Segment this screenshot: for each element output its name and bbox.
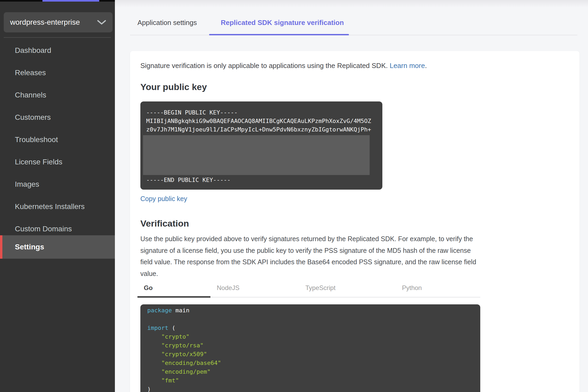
tab-application-settings[interactable]: Application settings	[137, 19, 197, 27]
top-progress-strip	[0, 0, 115, 2]
app-selector-label: wordpress-enterprise	[10, 18, 97, 27]
top-progress-strip-segment	[42, 0, 99, 2]
active-lang-tab-underline	[137, 296, 210, 298]
intro-period: .	[425, 62, 427, 70]
go-code: package main import ( "crypto" "crypto/r…	[147, 306, 221, 392]
sidebar-item-label: Settings	[15, 243, 44, 251]
intro-text: Signature verification is only applicabl…	[140, 62, 427, 70]
sidebar-item-releases[interactable]: Releases	[0, 62, 115, 84]
settings-card: Signature verification is only applicabl…	[130, 51, 580, 392]
sidebar-item-license-fields[interactable]: License Fields	[0, 151, 115, 173]
sidebar-item-kubernetes-installers[interactable]: Kubernetes Installers	[0, 195, 115, 218]
tab-row-border	[130, 35, 577, 35]
public-key-end-line: -----END PUBLIC KEY-----	[146, 176, 231, 184]
public-key-heading: Your public key	[140, 82, 207, 92]
sidebar-item-label: Releases	[15, 69, 46, 77]
sidebar-item-channels[interactable]: Channels	[0, 84, 115, 106]
app-selector-dropdown[interactable]: wordpress-enterprise	[4, 12, 113, 32]
lang-tab-go[interactable]: Go	[144, 284, 153, 292]
sidebar-item-dashboard[interactable]: Dashboard	[0, 39, 115, 62]
sidebar-divider	[4, 37, 111, 38]
sidebar-item-label: Customers	[15, 113, 51, 122]
lang-tab-typescript[interactable]: TypeScript	[305, 284, 335, 292]
sidebar-item-label: Channels	[15, 91, 46, 99]
code-snippet-block[interactable]: package main import ( "crypto" "crypto/r…	[140, 304, 480, 392]
main-content: Application settings Replicated SDK sign…	[115, 0, 588, 392]
page-root: wordpress-enterprise Dashboard Releases …	[0, 0, 588, 392]
sidebar-item-label: Custom Domains	[15, 225, 72, 233]
public-key-text: -----BEGIN PUBLIC KEY----- MIIBIjANBgkqh…	[146, 108, 371, 134]
public-key-selected-region	[143, 135, 370, 175]
public-key-line: z0v7Jh7M1NgV1joeu9l1/IaCPsMpyIcL+Dnw5Pdv…	[146, 126, 371, 133]
sidebar-item-settings[interactable]: Settings	[0, 235, 115, 259]
public-key-line: -----BEGIN PUBLIC KEY-----	[146, 109, 237, 116]
active-tab-underline	[209, 34, 349, 35]
verification-paragraph: Use the public key provided above to ver…	[140, 233, 477, 279]
lang-tab-nodejs[interactable]: NodeJS	[217, 284, 239, 292]
sidebar: wordpress-enterprise Dashboard Releases …	[0, 0, 115, 392]
verification-heading: Verification	[140, 218, 189, 229]
tab-replicated-sdk-signature-verification[interactable]: Replicated SDK signature verification	[221, 19, 344, 27]
sidebar-item-customers[interactable]: Customers	[0, 106, 115, 129]
intro-sentence: Signature verification is only applicabl…	[140, 62, 390, 70]
sidebar-item-label: Troubleshoot	[15, 135, 58, 144]
public-key-block[interactable]: -----BEGIN PUBLIC KEY----- MIIBIjANBgkqh…	[140, 101, 382, 190]
lang-tab-python[interactable]: Python	[402, 284, 422, 292]
active-item-accent-bar	[0, 235, 2, 259]
sidebar-item-label: Images	[15, 180, 39, 189]
sidebar-item-troubleshoot[interactable]: Troubleshoot	[0, 129, 115, 151]
learn-more-link[interactable]: Learn more	[390, 62, 425, 70]
public-key-line: MIIBIjANBgkqhkiG9w0BAQEFAAOCAQ8AMIIBCgKC…	[146, 118, 371, 124]
sidebar-item-label: Kubernetes Installers	[15, 202, 85, 211]
sidebar-item-label: License Fields	[15, 158, 62, 166]
copy-public-key-link[interactable]: Copy public key	[140, 195, 187, 203]
sidebar-item-images[interactable]: Images	[0, 173, 115, 195]
chevron-down-icon	[97, 20, 106, 25]
sidebar-item-label: Dashboard	[15, 46, 51, 55]
